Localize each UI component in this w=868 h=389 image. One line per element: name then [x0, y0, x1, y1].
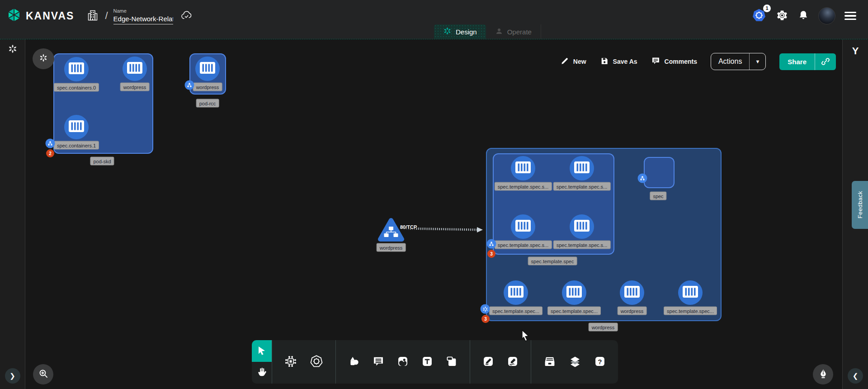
- toolbar-comment-button[interactable]: [372, 355, 385, 369]
- tab-design[interactable]: Design: [434, 24, 486, 39]
- node-container[interactable]: [570, 156, 594, 180]
- container-icon: [515, 161, 531, 176]
- zoom-button[interactable]: [33, 364, 53, 384]
- toolbar-pen-button[interactable]: [482, 355, 495, 369]
- group-spec[interactable]: [644, 157, 675, 188]
- node-container[interactable]: [570, 214, 594, 239]
- toolbar-component-picker-button[interactable]: [284, 355, 297, 370]
- node-label: spec.template.spec.s...: [495, 241, 552, 249]
- node-label: spec.template.spec.s...: [495, 182, 552, 191]
- kanvas-app: KANVAS: [0, 0, 868, 389]
- toolbar-shapes-button[interactable]: [348, 355, 360, 369]
- help-icon: ?: [594, 355, 606, 369]
- container-icon: [624, 285, 640, 300]
- toolbar-text-button[interactable]: [421, 355, 434, 369]
- user-avatar[interactable]: [818, 7, 835, 24]
- relationship-badge-icon[interactable]: [46, 139, 55, 148]
- relationship-badge-icon[interactable]: [185, 81, 194, 90]
- toolbar-kubernetes-button[interactable]: [309, 354, 324, 370]
- bell-icon: [797, 9, 809, 23]
- toolbar-sticky-note-button[interactable]: [445, 355, 458, 369]
- toolbar-layers-button[interactable]: [568, 355, 582, 370]
- caret-down-icon[interactable]: ▼: [750, 53, 765, 70]
- tab-operate[interactable]: Operate: [486, 24, 541, 39]
- container-icon: [68, 62, 85, 76]
- pen-icon: [482, 355, 495, 369]
- node-label: spec.containers.1: [54, 141, 99, 150]
- tab-operate-label: Operate: [507, 28, 532, 36]
- building-icon: [87, 9, 99, 23]
- issue-count-badge[interactable]: 2: [46, 149, 54, 157]
- save-as-button[interactable]: Save As: [600, 57, 637, 67]
- design-action-bar: New Save As Comments Actions: [560, 53, 836, 70]
- yaml-toggle[interactable]: Y: [852, 45, 859, 57]
- person-icon: [495, 27, 503, 37]
- node-container[interactable]: [64, 57, 89, 81]
- toolbar-pan-tool[interactable]: [252, 362, 272, 384]
- relationship-badge-icon[interactable]: [638, 174, 647, 183]
- node-container[interactable]: [504, 280, 528, 305]
- meshery-spiral-icon: [443, 27, 452, 37]
- design-name-label: Name: [113, 8, 173, 14]
- group-label: wordpress: [589, 323, 618, 332]
- meshery-spiral-icon-left-rail[interactable]: [8, 44, 18, 56]
- node-container[interactable]: [123, 57, 147, 81]
- select-tool-icon: [256, 345, 267, 357]
- node-service[interactable]: [377, 217, 405, 244]
- comments-button[interactable]: Comments: [651, 56, 697, 67]
- node-container[interactable]: [620, 280, 644, 305]
- node-label: wordpress: [377, 243, 406, 252]
- relationship-badge-icon[interactable]: [487, 239, 496, 249]
- issue-count-badge[interactable]: 3: [487, 250, 495, 258]
- app-header: KANVAS: [0, 0, 868, 39]
- actions-dropdown-button[interactable]: Actions ▼: [711, 53, 766, 70]
- sticky-note-icon: [445, 355, 458, 369]
- container-icon: [566, 285, 582, 300]
- floppy-disk-icon: [600, 57, 609, 67]
- node-container[interactable]: [195, 57, 220, 81]
- save-status-button[interactable]: [180, 10, 193, 22]
- node-container[interactable]: [511, 156, 535, 180]
- brand[interactable]: KANVAS: [6, 7, 74, 24]
- pen-mode-button[interactable]: [813, 364, 833, 384]
- flower-icon: [39, 53, 48, 64]
- service-triangle-icon: [377, 217, 405, 242]
- node-container[interactable]: [562, 280, 586, 305]
- design-name-input[interactable]: [113, 14, 173, 24]
- copy-link-icon[interactable]: [815, 53, 836, 70]
- meshery-badge-icon[interactable]: [481, 304, 490, 314]
- toolbar-select-tool[interactable]: [252, 340, 272, 362]
- svg-text:?: ?: [598, 357, 602, 365]
- toolbar-help-button[interactable]: ?: [594, 355, 606, 369]
- toolbar-image-button[interactable]: [396, 355, 409, 369]
- node-label: spec.template.spec.s...: [553, 241, 611, 249]
- node-container[interactable]: [511, 214, 535, 239]
- share-button[interactable]: Share: [779, 53, 836, 70]
- node-container[interactable]: [678, 280, 703, 305]
- toolbar-freehand-button[interactable]: [506, 355, 519, 369]
- node-label: spec.template.spec...: [547, 307, 601, 315]
- canvas-toolbar: ?: [252, 340, 618, 384]
- kubernetes-context-button[interactable]: 1: [751, 8, 767, 24]
- feedback-tab[interactable]: Feedback: [852, 181, 868, 229]
- container-icon: [682, 285, 698, 300]
- pen-nib-icon: [818, 368, 829, 380]
- node-label: spec.template.spec...: [489, 307, 542, 315]
- toolbar-drawer-button[interactable]: [543, 355, 557, 370]
- new-design-button[interactable]: New: [560, 57, 586, 67]
- notifications-button[interactable]: [797, 9, 809, 23]
- menu-button[interactable]: [844, 12, 856, 20]
- settings-button[interactable]: [776, 9, 788, 23]
- issue-count-badge[interactable]: 3: [481, 315, 490, 323]
- left-rail: ❯: [0, 39, 25, 389]
- organization-button[interactable]: [87, 9, 99, 23]
- expand-left-panel-button[interactable]: ❯: [5, 368, 20, 384]
- node-label: spec.template.spec...: [664, 307, 717, 315]
- container-icon: [508, 285, 524, 300]
- gear-icon: [776, 9, 788, 23]
- expand-right-panel-button[interactable]: ❮: [848, 368, 863, 384]
- container-icon: [574, 161, 590, 176]
- node-kubernetes-collapsed[interactable]: [33, 48, 54, 69]
- node-container[interactable]: [64, 115, 89, 139]
- brand-name: KANVAS: [26, 10, 74, 22]
